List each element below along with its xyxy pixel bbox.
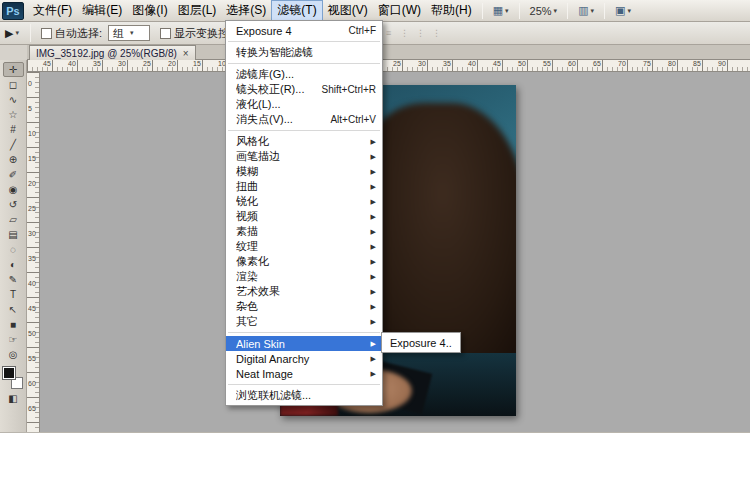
type-tool[interactable]: T [3,287,24,302]
submenu-arrow-icon: ▶ [371,243,376,251]
eraser-tool[interactable]: ▱ [3,212,24,227]
history-brush-tool[interactable]: ↺ [3,197,24,212]
auto-select-dropdown[interactable]: 组 ▾ [108,25,150,41]
document-title: IMG_35192.jpg @ 25%(RGB/8) [36,48,177,59]
distribute-bottom-edges-icon[interactable]: ≡ [381,25,396,41]
ruler-label: 85 [693,60,701,67]
tool-preset-picker[interactable]: ▶ ▾ [0,22,24,45]
menubar-item-image[interactable]: 图像(I) [127,0,172,22]
zoom-level-control[interactable]: 25% ▾ [525,3,563,19]
show-transform-checkbox[interactable] [160,28,171,39]
lasso-tool[interactable]: ∿ [3,92,24,107]
ruler-label: 35 [443,60,451,67]
hand-tool[interactable]: ☞ [3,332,24,347]
menubar-item-window[interactable]: 窗口(W) [373,0,426,22]
menubar-item-select[interactable]: 选择(S) [221,0,271,22]
filter-menu-item-19[interactable]: 艺术效果▶ [226,284,382,299]
menu-item-shortcut: Alt+Ctrl+V [330,114,376,125]
menubar-item-file[interactable]: 文件(F) [28,0,77,22]
filter-menu-item-27[interactable]: 浏览联机滤镜... [226,388,382,403]
distribute-right-edges-icon[interactable]: ⋮ [429,25,444,41]
filter-menu-item-25[interactable]: Neat Image▶ [226,366,382,381]
move-tool[interactable]: ✛ [3,62,24,77]
clone-stamp-tool[interactable]: ◉ [3,182,24,197]
filter-menu-item-17[interactable]: 像素化▶ [226,254,382,269]
gradient-tool[interactable]: ▤ [3,227,24,242]
filter-menu-item-10[interactable]: 画笔描边▶ [226,149,382,164]
menubar-item-help[interactable]: 帮助(H) [426,0,477,22]
filter-menu-item-0[interactable]: Exposure 4Ctrl+F [226,23,382,38]
filter-menu-item-21[interactable]: 其它▶ [226,314,382,329]
menu-item-label: 艺术效果 [236,284,365,299]
view-extras-button[interactable]: ▥ ▾ [573,2,599,19]
dodge-tool[interactable]: ◐ [3,257,24,272]
distribute-horizontal-centers-icon[interactable]: ⋮ [413,25,428,41]
submenu-arrow-icon: ▶ [371,228,376,236]
chevron-down-icon: ▾ [627,7,631,15]
screen-mode-icon: ▣ [615,4,625,17]
menu-item-label: Exposure 4 [236,25,341,37]
document-tab[interactable]: IMG_35192.jpg @ 25%(RGB/8) × [29,45,196,60]
filter-menu-item-20[interactable]: 杂色▶ [226,299,382,314]
filter-menu-item-5[interactable]: 镜头校正(R)...Shift+Ctrl+R [226,82,382,97]
rectangular-marquee-tool[interactable]: ◻ [3,77,24,92]
filter-menu-item-13[interactable]: 锐化▶ [226,194,382,209]
auto-select-checkbox[interactable] [41,28,52,39]
menubar-item-view[interactable]: 视图(V) [323,0,373,22]
screen-mode-button[interactable]: ▣ ▾ [610,2,636,19]
crop-tool[interactable]: # [3,122,24,137]
filter-menu-item-11[interactable]: 模糊▶ [226,164,382,179]
chevron-down-icon: ▾ [505,7,509,15]
quick-mask-button[interactable]: ◧ [3,391,24,406]
menubar-item-edit[interactable]: 编辑(E) [77,0,127,22]
filter-menu-item-7[interactable]: 消失点(V)...Alt+Ctrl+V [226,112,382,127]
horizontal-ruler[interactable]: 4540353025201510505101520253035404550556… [27,60,750,72]
brush-tool[interactable]: ✐ [3,167,24,182]
filter-menu-item-16[interactable]: 纹理▶ [226,239,382,254]
menubar-item-layer[interactable]: 图层(L) [173,0,222,22]
ruler-label: 75 [643,60,651,67]
path-selection-tool[interactable]: ↖ [3,302,24,317]
vertical-ruler[interactable]: 05101520253035404550556065 [27,72,40,432]
filter-menu-item-6[interactable]: 液化(L)... [226,97,382,112]
quick-selection-tool[interactable]: ☆ [3,107,24,122]
pen-tool[interactable]: ✎ [3,272,24,287]
menu-item-label: 风格化 [236,134,365,149]
filter-menu-item-24[interactable]: Digital Anarchy▶ [226,351,382,366]
foreground-color-swatch[interactable] [3,367,15,379]
filter-menu-item-2[interactable]: 转换为智能滤镜 [226,45,382,60]
filter-menu-item-23[interactable]: Alien Skin▶ [226,336,382,351]
filter-menu-item-9[interactable]: 风格化▶ [226,134,382,149]
menu-item-shortcut: Ctrl+F [349,25,377,36]
chevron-down-icon: ▾ [554,7,558,15]
auto-select-label: 自动选择: [55,26,102,41]
filter-menu-item-12[interactable]: 扭曲▶ [226,179,382,194]
filter-submenu-item-0[interactable]: Exposure 4... [382,335,460,350]
eyedropper-tool[interactable]: ╱ [3,137,24,152]
zoom-tool[interactable]: ◎ [3,347,24,362]
divider [567,3,568,19]
submenu-arrow-icon: ▶ [371,258,376,266]
spot-healing-brush-tool[interactable]: ⊕ [3,152,24,167]
photoshop-logo[interactable]: Ps [2,2,24,20]
filter-menu: Exposure 4Ctrl+F转换为智能滤镜滤镜库(G)...镜头校正(R).… [225,20,383,406]
menu-item-label: 锐化 [236,194,365,209]
filter-menu-item-4[interactable]: 滤镜库(G)... [226,67,382,82]
submenu-arrow-icon: ▶ [371,138,376,146]
distribute-left-edges-icon[interactable]: ⋮ [397,25,412,41]
menu-item-label: Exposure 4... [390,337,452,349]
filter-menu-item-18[interactable]: 渲染▶ [226,269,382,284]
menu-separator [228,384,380,385]
canvas-area[interactable] [40,72,750,432]
submenu-arrow-icon: ▶ [371,370,376,378]
arrange-documents-button[interactable]: ▦ ▾ [488,2,514,19]
menu-item-label: Alien Skin [236,338,365,350]
close-icon[interactable]: × [183,48,189,59]
ruler-label: 45 [28,305,36,312]
filter-menu-item-15[interactable]: 素描▶ [226,224,382,239]
filter-menu-item-14[interactable]: 视频▶ [226,209,382,224]
blur-tool[interactable]: ◌ [3,242,24,257]
shape-tool[interactable]: ■ [3,317,24,332]
ruler-label: 40 [68,60,76,67]
menubar-item-filter[interactable]: 滤镜(T) [271,0,322,22]
